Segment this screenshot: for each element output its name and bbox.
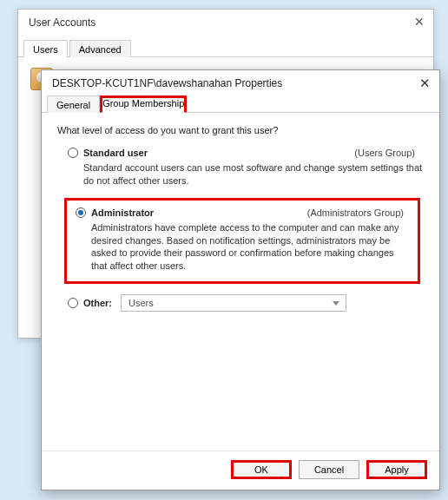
access-prompt: What level of access do you want to gran…: [57, 125, 424, 135]
radio-icon[interactable]: [68, 148, 78, 158]
tab-users[interactable]: Users: [23, 40, 68, 57]
administrator-radio-label[interactable]: Administrator: [76, 207, 154, 218]
other-group-select[interactable]: Users: [121, 294, 346, 312]
standard-user-group: (Users Group): [354, 148, 415, 158]
administrator-option: Administrator (Administrators Group) Adm…: [64, 198, 420, 284]
other-label: Other:: [83, 298, 112, 308]
other-group-value: Users: [128, 298, 154, 308]
tab-advanced[interactable]: Advanced: [69, 40, 131, 57]
standard-user-option: Standard user (Users Group) Standard acc…: [57, 148, 424, 188]
ok-button[interactable]: OK: [231, 460, 292, 479]
properties-footer: OK Cancel Apply: [42, 451, 439, 490]
user-accounts-title-bar: User Accounts ✕: [18, 10, 433, 36]
properties-tabs: General Group Membership: [42, 95, 439, 113]
properties-title: DESKTOP-KCUT1NF\davewshanahan Properties: [52, 77, 282, 89]
cancel-button[interactable]: Cancel: [299, 460, 359, 479]
properties-title-bar: DESKTOP-KCUT1NF\davewshanahan Properties…: [42, 70, 439, 95]
properties-body: What level of access do you want to gran…: [42, 113, 439, 451]
user-accounts-tabs: Users Advanced: [18, 39, 433, 57]
standard-user-label: Standard user: [83, 148, 148, 158]
tab-group-membership[interactable]: Group Membership: [100, 95, 187, 113]
administrator-desc: Administrators have complete access to t…: [91, 221, 409, 273]
other-radio-label[interactable]: Other:: [68, 298, 112, 308]
standard-user-radio-label[interactable]: Standard user: [68, 148, 148, 158]
radio-icon[interactable]: [68, 298, 78, 308]
standard-user-desc: Standard account users can use most soft…: [83, 161, 424, 188]
properties-dialog: DESKTOP-KCUT1NF\davewshanahan Properties…: [41, 69, 440, 490]
other-option: Other: Users: [57, 294, 424, 312]
close-icon[interactable]: ✕: [419, 76, 431, 91]
user-accounts-title: User Accounts: [29, 16, 96, 29]
administrator-group: (Administrators Group): [307, 207, 404, 218]
administrator-label: Administrator: [91, 207, 154, 218]
radio-icon[interactable]: [76, 207, 86, 218]
close-icon[interactable]: ✕: [414, 15, 425, 29]
apply-button[interactable]: Apply: [366, 460, 427, 479]
tab-general[interactable]: General: [47, 95, 100, 113]
